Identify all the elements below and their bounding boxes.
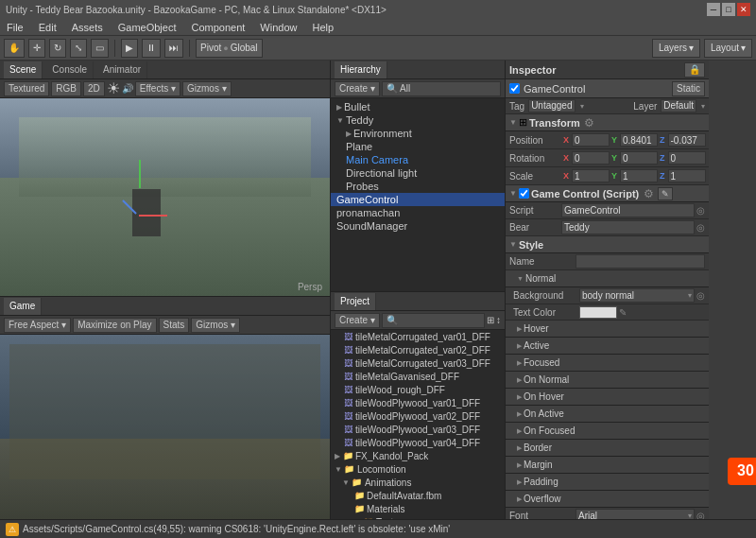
free-aspect[interactable]: Free Aspect ▾ — [4, 318, 71, 333]
inspector-lock-button[interactable]: 🔒 — [684, 62, 705, 78]
game-gizmos[interactable]: Gizmos ▾ — [191, 318, 240, 333]
gamecontrol-edit-button[interactable]: ✎ — [658, 187, 673, 200]
scale-x-field[interactable] — [572, 169, 610, 182]
proj-tile2[interactable]: 🖼 tileMetalCorrugated_var02_DFF — [331, 343, 505, 356]
pos-y-field[interactable] — [620, 133, 658, 147]
toolbar-hand[interactable]: ✋ — [4, 39, 25, 58]
hierarchy-search[interactable]: 🔍 All — [382, 81, 501, 96]
tab-animator[interactable]: Animator — [97, 61, 147, 78]
style-name-field[interactable] — [576, 254, 705, 269]
hier-directional-light[interactable]: Directional light — [331, 166, 505, 180]
layers-dropdown[interactable]: Layers ▾ — [652, 39, 700, 58]
on-focused-subsection-header[interactable]: ▶ On Focused — [506, 423, 709, 440]
text-color-swatch[interactable] — [579, 306, 617, 319]
scene-effects[interactable]: Effects ▾ — [135, 81, 180, 96]
hier-main-camera[interactable]: Main Camera — [331, 153, 505, 166]
border-subsection-header[interactable]: ▶ Border — [506, 440, 709, 457]
scene-gizmos[interactable]: Gizmos ▾ — [182, 81, 232, 96]
proj-tile1[interactable]: 🖼 tileMetalCorrugated_var01_DFF — [331, 330, 505, 343]
bear-value[interactable]: Teddy — [561, 220, 695, 234]
menu-edit[interactable]: Edit — [36, 22, 60, 33]
script-value[interactable]: GameControl — [561, 203, 695, 217]
layer-value[interactable]: Default — [661, 99, 696, 113]
transform-gear-button[interactable]: ⚙ — [582, 115, 597, 130]
active-subsection-header[interactable]: ▶ Active — [506, 338, 709, 355]
scene-audio-icon[interactable]: 🔊 — [122, 83, 133, 94]
pos-z-field[interactable] — [668, 133, 706, 147]
proj-tile6[interactable]: 🖼 tileWoodPlywood_var01_DFF — [331, 396, 505, 409]
toolbar-rect[interactable]: ▭ — [91, 39, 109, 58]
scale-z-field[interactable] — [668, 169, 706, 182]
menu-gameobject[interactable]: GameObject — [115, 22, 180, 33]
project-sort[interactable]: ↕ — [496, 315, 501, 325]
proj-tile3[interactable]: 🖼 tileMetalCorrugated_var03_DFF — [331, 356, 505, 370]
tab-scene[interactable]: Scene — [4, 61, 43, 78]
static-button[interactable]: Static — [672, 81, 705, 96]
gamecontrol-section-header[interactable]: ▼ Game Control (Script) ⚙ ✎ — [506, 185, 709, 202]
proj-materials[interactable]: 📁 Materials — [331, 502, 505, 515]
play-button[interactable]: ▶ — [121, 39, 138, 58]
tab-project[interactable]: Project — [335, 293, 376, 310]
hier-pronamachan[interactable]: pronamachan — [331, 206, 505, 219]
menu-window[interactable]: Window — [257, 22, 300, 33]
object-active-checkbox[interactable] — [509, 83, 520, 94]
proj-tile8[interactable]: 🖼 tileWoodPlywood_var03_DFF — [331, 423, 505, 436]
gamecontrol-active-checkbox[interactable] — [519, 188, 529, 199]
toolbar-move[interactable]: ✛ — [28, 39, 45, 58]
maximize-button[interactable]: □ — [722, 3, 735, 16]
toolbar-rotate[interactable]: ↻ — [49, 39, 66, 58]
hierarchy-create[interactable]: Create ▾ — [335, 81, 380, 96]
gamecontrol-gear-button[interactable]: ⚙ — [641, 186, 656, 201]
scene-viewport[interactable]: Persp — [0, 98, 330, 296]
rot-z-field[interactable] — [668, 151, 706, 165]
on-active-subsection-header[interactable]: ▶ On Active — [506, 406, 709, 423]
scale-y-field[interactable] — [620, 169, 658, 182]
padding-subsection-header[interactable]: ▶ Padding — [506, 474, 709, 491]
game-viewport[interactable] — [0, 335, 330, 538]
stats-btn[interactable]: Stats — [159, 318, 190, 333]
menu-assets[interactable]: Assets — [69, 22, 106, 33]
toolbar-scale[interactable]: ⤡ — [70, 39, 87, 58]
tag-value[interactable]: Untagged — [528, 99, 575, 113]
transform-section-header[interactable]: ▼ ⊞ Transform ⚙ — [506, 114, 709, 131]
hier-soundmanager[interactable]: SoundManager — [331, 219, 505, 233]
scene-light-icon[interactable]: ☀ — [107, 79, 120, 97]
step-button[interactable]: ⏭ — [164, 39, 183, 58]
project-search[interactable]: 🔍 — [382, 313, 485, 328]
menu-component[interactable]: Component — [188, 22, 248, 33]
project-create[interactable]: Create ▾ — [335, 313, 380, 328]
menu-file[interactable]: File — [4, 22, 26, 33]
proj-fx[interactable]: ▶📁 FX_Kandol_Pack — [331, 449, 505, 462]
menu-help[interactable]: Help — [309, 22, 336, 33]
normal-subsection-header[interactable]: ▼ Normal — [506, 270, 709, 287]
tab-console[interactable]: Console — [46, 61, 94, 78]
layout-dropdown[interactable]: Layout ▾ — [704, 39, 752, 58]
project-view-toggle[interactable]: ⊞ — [487, 315, 494, 325]
proj-locomotion[interactable]: ▼📁 Locomotion — [331, 462, 505, 476]
hier-plane[interactable]: Plane — [331, 140, 505, 153]
proj-animations[interactable]: ▼📁 Animations — [331, 476, 505, 489]
proj-tile7[interactable]: 🖼 tileWoodPlywood_var02_DFF — [331, 409, 505, 423]
hier-probes[interactable]: Probes — [331, 180, 505, 193]
hier-bullet[interactable]: ▶ Bullet — [331, 100, 505, 113]
focused-subsection-header[interactable]: ▶ Focused — [506, 355, 709, 372]
proj-avatar[interactable]: 📁 DefaultAvatar.fbm — [331, 489, 505, 502]
scene-2d[interactable]: 2D — [83, 81, 105, 96]
scene-textured[interactable]: Textured — [4, 81, 49, 96]
pause-button[interactable]: ⏸ — [142, 39, 161, 58]
margin-subsection-header[interactable]: ▶ Margin — [506, 457, 709, 474]
maximize-on-play[interactable]: Maximize on Play — [73, 318, 156, 333]
proj-tile9[interactable]: 🖼 tileWoodPlywood_var04_DFF — [331, 436, 505, 449]
pivot-global-toggle[interactable]: Pivot ● Global — [196, 39, 263, 58]
rot-x-field[interactable] — [572, 151, 610, 165]
close-button[interactable]: ✕ — [737, 3, 750, 16]
overflow-subsection-header[interactable]: ▶ Overflow — [506, 491, 709, 508]
tab-game[interactable]: Game — [4, 298, 42, 315]
on-hover-subsection-header[interactable]: ▶ On Hover — [506, 389, 709, 406]
pos-x-field[interactable] — [572, 133, 610, 147]
hier-teddy[interactable]: ▼ Teddy — [331, 113, 505, 127]
tab-hierarchy[interactable]: Hierarchy — [335, 61, 387, 78]
rot-y-field[interactable] — [620, 151, 658, 165]
hier-environment[interactable]: ▶ Environment — [331, 127, 505, 140]
proj-tile4[interactable]: 🖼 tileMetalGavanised_DFF — [331, 370, 505, 383]
